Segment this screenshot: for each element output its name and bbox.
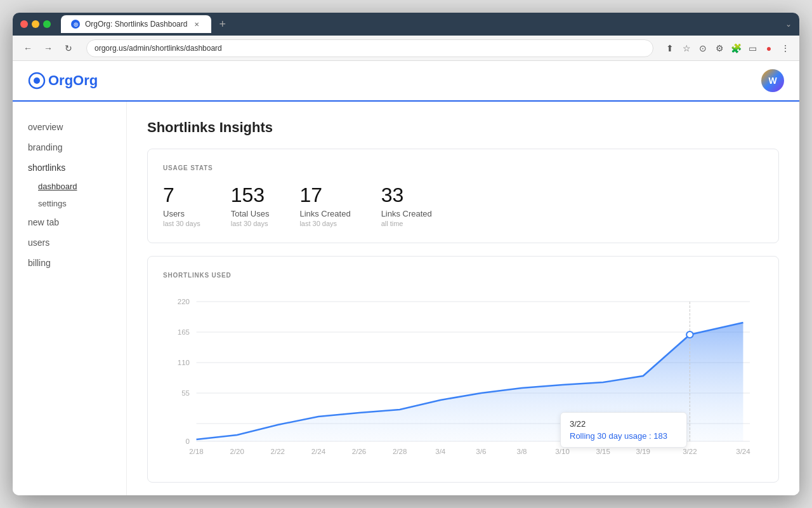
sidebar-icon[interactable]: ▭ [746, 42, 759, 55]
stat-links-all-sub: all time [381, 220, 432, 227]
svg-point-14 [686, 331, 693, 338]
app-body: overview branding shortlinks dashboard s… [13, 102, 799, 495]
stat-total-uses-sub: last 30 days [231, 220, 270, 227]
toolbar-icons: ⬆ ☆ ⊙ ⚙ 🧩 ▭ ● ⋮ [664, 42, 792, 55]
tab-bar: ◎ OrgOrg: Shortlinks Dashboard ✕ + [61, 15, 780, 33]
stat-links-all-label: Links Created [381, 209, 432, 218]
active-tab[interactable]: ◎ OrgOrg: Shortlinks Dashboard ✕ [61, 15, 211, 33]
back-button[interactable]: ← [20, 41, 36, 56]
browser-chevron: ⌄ [785, 20, 792, 29]
sidebar: overview branding shortlinks dashboard s… [13, 102, 127, 495]
browser-toolbar: ← → ↻ orgorg.us/admin/shortlinks/dashboa… [13, 36, 799, 61]
svg-text:3/24: 3/24 [736, 448, 750, 455]
bookmark-icon[interactable]: ☆ [680, 42, 693, 55]
stat-links-all-number: 33 [381, 184, 432, 206]
stat-links-30d-number: 17 [299, 184, 350, 206]
svg-text:0: 0 [186, 438, 190, 445]
stat-total-uses-label: Total Uses [231, 209, 270, 218]
svg-text:2/20: 2/20 [230, 448, 244, 455]
svg-text:2/28: 2/28 [393, 448, 407, 455]
svg-text:55: 55 [181, 389, 190, 397]
svg-text:3/6: 3/6 [476, 448, 486, 455]
page-title: Shortlinks Insights [147, 119, 779, 136]
svg-point-1 [34, 77, 40, 84]
stat-users-number: 7 [163, 184, 200, 206]
usage-stats-title: USAGE STATS [163, 164, 763, 171]
logo-text: OrgOrg [48, 72, 98, 89]
svg-text:110: 110 [178, 359, 190, 366]
stat-links-30d-label: Links Created [299, 209, 350, 218]
sidebar-item-shortlinks[interactable]: shortlinks [13, 157, 126, 178]
svg-text:3/15: 3/15 [596, 448, 610, 455]
forward-button[interactable]: → [41, 41, 56, 56]
svg-text:220: 220 [178, 298, 190, 305]
stat-users-sub: last 30 days [163, 220, 200, 227]
app-container: OrgOrg W overview branding shortlinks da… [13, 61, 799, 495]
puzzle-icon[interactable]: 🧩 [730, 42, 742, 55]
close-button[interactable] [20, 20, 28, 28]
svg-text:3/4: 3/4 [435, 448, 445, 455]
extensions-icon[interactable]: ⚙ [713, 42, 726, 55]
chart-title: SHORTLINKS USED [163, 272, 763, 279]
browser-titlebar: ◎ OrgOrg: Shortlinks Dashboard ✕ + ⌄ [13, 13, 799, 36]
settings-icon[interactable]: ⊙ [697, 42, 709, 55]
svg-text:2/26: 2/26 [352, 448, 366, 455]
tab-close-button[interactable]: ✕ [192, 20, 201, 29]
stat-users: 7 Users last 30 days [163, 184, 200, 227]
stat-links-30d-sub: last 30 days [299, 220, 350, 227]
menu-icon[interactable]: ⋮ [779, 42, 792, 55]
address-bar[interactable]: orgorg.us/admin/shortlinks/dashboard [86, 39, 653, 57]
maximize-button[interactable] [43, 20, 51, 28]
svg-text:3/22: 3/22 [683, 448, 697, 455]
chart-svg: 220 165 110 55 0 [163, 289, 763, 467]
logo-icon [28, 72, 46, 90]
main-content: Shortlinks Insights USAGE STATS 7 Users … [127, 102, 799, 495]
stat-links-30d: 17 Links Created last 30 days [299, 184, 350, 227]
sidebar-sub-item-dashboard[interactable]: dashboard [13, 178, 126, 195]
avatar[interactable]: W [761, 69, 784, 92]
sidebar-item-billing[interactable]: billing [13, 253, 126, 273]
sidebar-item-branding[interactable]: branding [13, 137, 126, 157]
url-text: orgorg.us/admin/shortlinks/dashboard [95, 44, 222, 53]
share-icon[interactable]: ⬆ [664, 42, 676, 55]
svg-text:2/18: 2/18 [189, 448, 203, 455]
traffic-lights [20, 20, 51, 28]
svg-text:3/19: 3/19 [636, 448, 650, 455]
stat-total-uses: 153 Total Uses last 30 days [231, 184, 270, 227]
svg-text:3/10: 3/10 [555, 448, 569, 455]
tab-title: OrgOrg: Shortlinks Dashboard [85, 20, 187, 29]
record-icon[interactable]: ● [763, 42, 775, 55]
stat-links-all: 33 Links Created all time [381, 184, 432, 227]
svg-text:3/8: 3/8 [516, 448, 527, 455]
sidebar-sub-item-settings[interactable]: settings [13, 195, 126, 212]
tab-favicon: ◎ [71, 20, 80, 29]
svg-text:2/24: 2/24 [311, 448, 325, 455]
sidebar-item-new-tab[interactable]: new tab [13, 212, 126, 232]
minimize-button[interactable] [32, 20, 39, 28]
stat-users-label: Users [163, 209, 200, 218]
sidebar-item-overview[interactable]: overview [13, 117, 126, 137]
stats-row: 7 Users last 30 days 153 Total Uses last… [163, 184, 763, 227]
new-tab-button[interactable]: + [214, 18, 231, 31]
svg-text:165: 165 [178, 328, 190, 336]
chart-container: 220 165 110 55 0 [163, 289, 763, 467]
logo: OrgOrg [28, 72, 98, 90]
stat-total-uses-number: 153 [231, 184, 270, 206]
browser-window: ◎ OrgOrg: Shortlinks Dashboard ✕ + ⌄ ← →… [13, 13, 799, 495]
app-header: OrgOrg W [13, 61, 799, 102]
usage-stats-card: USAGE STATS 7 Users last 30 days 153 Tot… [147, 149, 779, 243]
sidebar-item-users[interactable]: users [13, 232, 126, 253]
svg-text:2/22: 2/22 [271, 448, 285, 455]
refresh-button[interactable]: ↻ [61, 41, 76, 56]
chart-card: SHORTLINKS USED [147, 256, 779, 483]
